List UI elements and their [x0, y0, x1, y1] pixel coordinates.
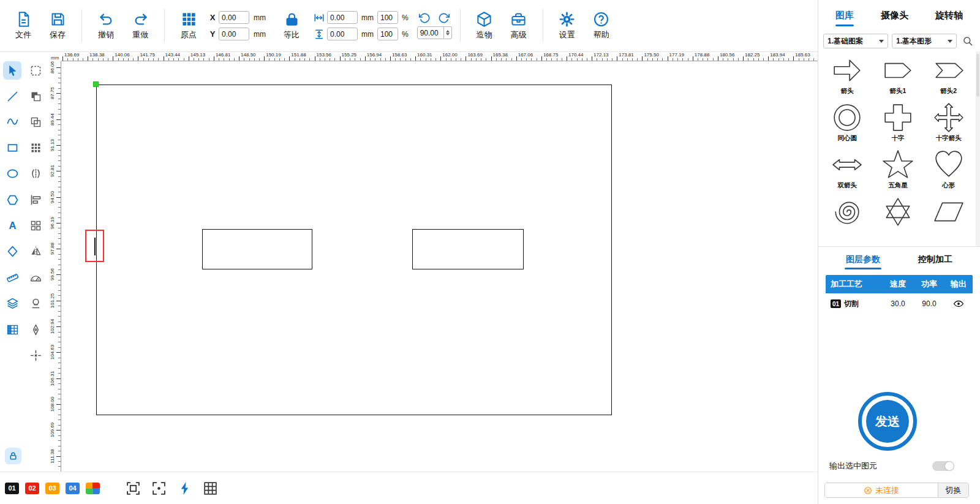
chevron-down-icon	[879, 40, 884, 43]
slot-rectangle-1[interactable]	[202, 229, 312, 269]
col-process: 加工工艺	[826, 279, 882, 290]
curve-tool[interactable]	[3, 113, 21, 131]
shape-parallelogram[interactable]	[923, 197, 974, 244]
redo-button[interactable]: 重做	[123, 11, 157, 40]
work-area-rectangle[interactable]	[96, 85, 612, 415]
multicolor-swatch[interactable]	[86, 483, 100, 494]
width-percent-input[interactable]: 100	[377, 11, 398, 24]
tab-layer-params[interactable]: 图层参数	[845, 251, 881, 268]
ellipse-tool[interactable]	[3, 164, 21, 182]
slot-rectangle-2[interactable]	[412, 229, 524, 269]
rotate-cw-icon[interactable]	[438, 12, 450, 24]
array-tool[interactable]	[26, 216, 45, 235]
shape-star6[interactable]	[873, 197, 924, 244]
break-apart-tool[interactable]	[26, 346, 45, 364]
ruler-label: 109.69	[50, 418, 56, 442]
col-power: 功率	[914, 279, 944, 290]
table-tool[interactable]	[3, 320, 21, 339]
ruler-label: 175.50	[644, 52, 658, 58]
layer-swatch-03[interactable]: 03	[45, 483, 59, 494]
text-tool[interactable]: A	[3, 216, 21, 235]
ruler-label: 158.63	[392, 52, 407, 58]
proportional-lock-button[interactable]: 等比	[274, 11, 309, 40]
align-tool[interactable]	[26, 190, 45, 209]
frame-preview-button[interactable]	[126, 481, 141, 496]
origin-button[interactable]: 原点	[172, 11, 206, 40]
shape-arrow2[interactable]: 箭头2	[923, 55, 974, 102]
subtract-icon	[29, 116, 42, 129]
diamond-tool[interactable]	[3, 242, 21, 260]
height-input[interactable]: 0.00	[327, 28, 358, 40]
y-input[interactable]: 0.00	[219, 28, 249, 40]
shape-double-arrow[interactable]: 双箭头	[822, 149, 873, 197]
shape-spiral[interactable]	[822, 197, 873, 244]
measure-tape-tool[interactable]	[3, 268, 21, 287]
help-button[interactable]: 帮助	[584, 11, 619, 40]
layer-swatch-02[interactable]: 02	[25, 483, 39, 494]
shape-cross-arrows[interactable]: 十字箭头	[923, 102, 974, 149]
flip-tool[interactable]	[26, 242, 45, 260]
gallery-scrollbar[interactable]	[976, 51, 980, 246]
rotation-stepper[interactable]	[444, 26, 452, 39]
select-tool[interactable]	[3, 61, 21, 80]
line-tool[interactable]	[3, 87, 21, 105]
layer-speed[interactable]: 30.0	[882, 299, 914, 308]
rotate-ccw-icon[interactable]	[419, 12, 431, 24]
undo-button[interactable]: 撤销	[89, 11, 123, 40]
shape-heart[interactable]: 心形	[923, 149, 974, 197]
send-button[interactable]: 发送	[858, 392, 917, 451]
category-select-2[interactable]: 1.基本图形	[892, 34, 957, 48]
rotation-input[interactable]: 90.00	[417, 26, 444, 39]
ruler-label: 141.75	[140, 52, 154, 58]
switch-device-button[interactable]: 切换	[938, 483, 968, 497]
shape-cross[interactable]: 十字	[873, 102, 924, 149]
mirror-tool[interactable]	[26, 164, 45, 182]
polygon-tool[interactable]	[3, 190, 21, 209]
marquee-select-tool[interactable]	[26, 61, 45, 80]
boolean-union-tool[interactable]	[26, 87, 45, 105]
weld-tool[interactable]	[26, 294, 45, 312]
shape-star5[interactable]: 五角星	[873, 149, 924, 197]
file-button[interactable]: 文件	[6, 11, 40, 40]
selection-box[interactable]	[85, 230, 104, 262]
shape-arrow[interactable]: 箭头	[822, 55, 873, 102]
tab-gallery[interactable]: 图库	[834, 6, 855, 25]
x-input[interactable]: 0.00	[219, 11, 249, 24]
layer-swatch-01[interactable]: 01	[5, 483, 19, 494]
layer-power[interactable]: 90.0	[914, 299, 944, 308]
quick-run-button[interactable]	[177, 481, 192, 496]
boolean-subtract-tool[interactable]	[26, 113, 45, 131]
width-unit: mm	[361, 13, 374, 22]
layer-table: 加工工艺 速度 功率 输出 01切割 30.0 90.0	[826, 275, 973, 314]
settings-button[interactable]: 设置	[550, 11, 584, 40]
save-button[interactable]: 保存	[40, 11, 75, 40]
tab-rotary[interactable]: 旋转轴	[934, 6, 964, 25]
canvas[interactable]	[61, 61, 818, 472]
layer-row[interactable]: 01切割 30.0 90.0	[826, 293, 973, 314]
advanced-label: 高级	[511, 29, 527, 40]
search-icon[interactable]	[960, 34, 975, 48]
tab-camera[interactable]: 摄像头	[880, 6, 910, 25]
canvas-lock-button[interactable]	[5, 448, 21, 464]
selected-line[interactable]	[94, 238, 96, 255]
layers-tool[interactable]	[3, 294, 21, 312]
dot-array-tool[interactable]	[26, 138, 45, 157]
grid-toggle-button[interactable]	[203, 481, 218, 496]
width-input[interactable]: 0.00	[327, 11, 358, 24]
category-select-1[interactable]: 1.基础图案	[823, 34, 888, 48]
shape-concentric-circles[interactable]: 同心圆	[822, 102, 873, 149]
protractor-tool[interactable]	[26, 268, 45, 287]
focus-position-button[interactable]	[151, 481, 167, 496]
origin-handle[interactable]	[93, 81, 99, 87]
output-toggle[interactable]	[932, 461, 954, 471]
create-button[interactable]: 造物	[467, 11, 502, 40]
eye-icon[interactable]	[953, 298, 964, 309]
advanced-button[interactable]: 高级	[502, 11, 536, 40]
tab-control-process[interactable]: 控制加工	[917, 251, 954, 268]
rectangle-tool[interactable]	[3, 138, 21, 157]
height-percent-input[interactable]: 100	[377, 28, 398, 40]
shape-arrow1[interactable]: 箭头1	[873, 55, 924, 102]
connection-status[interactable]: 未连接	[825, 483, 938, 497]
layer-swatch-04[interactable]: 04	[66, 483, 80, 494]
pen-tool[interactable]	[26, 320, 45, 339]
